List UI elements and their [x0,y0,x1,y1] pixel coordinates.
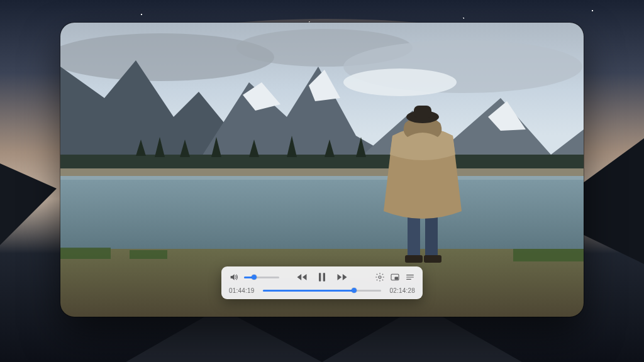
svg-point-41 [379,276,381,278]
playback-controls: 01:44:19 02:14:28 [221,266,423,299]
progress-slider[interactable] [263,290,381,292]
svg-rect-36 [424,255,441,263]
picture-in-picture-icon[interactable] [390,272,400,282]
svg-rect-43 [395,277,398,279]
svg-rect-31 [513,249,584,261]
svg-rect-38 [414,106,431,118]
playlist-icon[interactable] [405,272,415,282]
svg-rect-39 [319,273,321,281]
settings-icon[interactable] [375,272,385,282]
rewind-button[interactable] [296,271,308,283]
svg-rect-26 [60,176,584,251]
svg-rect-30 [130,250,167,259]
volume-icon[interactable] [229,272,239,282]
svg-rect-17 [60,168,584,177]
svg-rect-40 [323,273,325,281]
total-time: 02:14:28 [387,287,415,294]
svg-marker-1 [0,163,57,245]
svg-point-9 [343,69,457,96]
svg-rect-27 [60,176,584,180]
fast-forward-button[interactable] [336,271,348,283]
svg-rect-35 [405,255,423,263]
volume-slider[interactable] [244,277,279,278]
video-player-window: 01:44:19 02:14:28 [60,23,584,317]
svg-rect-29 [60,248,111,259]
current-time: 01:44:19 [229,287,257,294]
pause-button[interactable] [316,271,328,283]
